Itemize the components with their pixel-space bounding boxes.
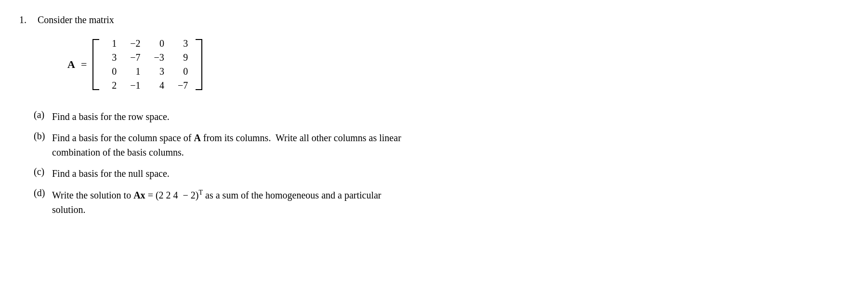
left-bracket bbox=[92, 39, 99, 90]
part-a-label: (a) bbox=[34, 109, 48, 120]
part-d: (d) Write the solution to Ax = (2 2 4 − … bbox=[34, 187, 849, 217]
matrix-cell: 0 bbox=[178, 66, 188, 77]
part-d-label: (d) bbox=[34, 187, 48, 198]
matrix-cell: 0 bbox=[107, 66, 117, 77]
matrix-cell: −7 bbox=[178, 80, 188, 91]
matrix-grid: 1 −2 0 3 3 −7 −3 9 0 1 3 0 2 −1 4 −7 bbox=[101, 34, 194, 95]
sub-items: (a) Find a basis for the row space. (b) … bbox=[34, 109, 849, 217]
matrix-cell: 3 bbox=[155, 66, 164, 77]
matrix-cell: −2 bbox=[130, 38, 140, 49]
matrix-cell: −1 bbox=[130, 80, 140, 91]
part-b-content: Find a basis for the column space of A f… bbox=[52, 131, 401, 159]
part-c: (c) Find a basis for the null space. bbox=[34, 166, 849, 181]
problem-container: 1. Consider the matrix A = 1 −2 0 3 3 −7… bbox=[19, 14, 849, 217]
part-a: (a) Find a basis for the row space. bbox=[34, 109, 849, 124]
problem-intro: Consider the matrix bbox=[38, 14, 114, 26]
matrix-cell: −3 bbox=[154, 52, 164, 63]
matrix-cell: −7 bbox=[130, 52, 140, 63]
matrix-cell: 1 bbox=[131, 66, 141, 77]
transpose-T: T bbox=[199, 189, 203, 196]
part-c-label: (c) bbox=[34, 166, 48, 177]
right-bracket bbox=[196, 39, 202, 90]
matrix-cell: 4 bbox=[155, 80, 164, 91]
matrix-cell: 9 bbox=[178, 52, 188, 63]
bold-Ax: Ax bbox=[133, 190, 145, 200]
matrix-wrapper: 1 −2 0 3 3 −7 −3 9 0 1 3 0 2 −1 4 −7 bbox=[92, 34, 202, 95]
problem-header: 1. Consider the matrix bbox=[19, 14, 849, 26]
matrix-cell: 0 bbox=[155, 38, 164, 49]
matrix-cell: 1 bbox=[107, 38, 117, 49]
part-b-label: (b) bbox=[34, 131, 48, 142]
bold-A-b: A bbox=[194, 132, 200, 143]
part-a-content: Find a basis for the row space. bbox=[52, 109, 170, 124]
part-c-content: Find a basis for the null space. bbox=[52, 166, 170, 181]
problem-number: 1. bbox=[19, 14, 34, 26]
matrix-cell: 3 bbox=[107, 52, 117, 63]
part-b: (b) Find a basis for the column space of… bbox=[34, 131, 849, 159]
part-d-content: Write the solution to Ax = (2 2 4 − 2)T … bbox=[52, 187, 381, 217]
matrix-cell: 3 bbox=[178, 38, 188, 49]
equals-sign: = bbox=[81, 58, 87, 71]
matrix-label: A bbox=[67, 58, 75, 71]
matrix-equation: A = 1 −2 0 3 3 −7 −3 9 0 1 3 0 2 bbox=[67, 34, 849, 95]
matrix-cell: 2 bbox=[107, 80, 117, 91]
